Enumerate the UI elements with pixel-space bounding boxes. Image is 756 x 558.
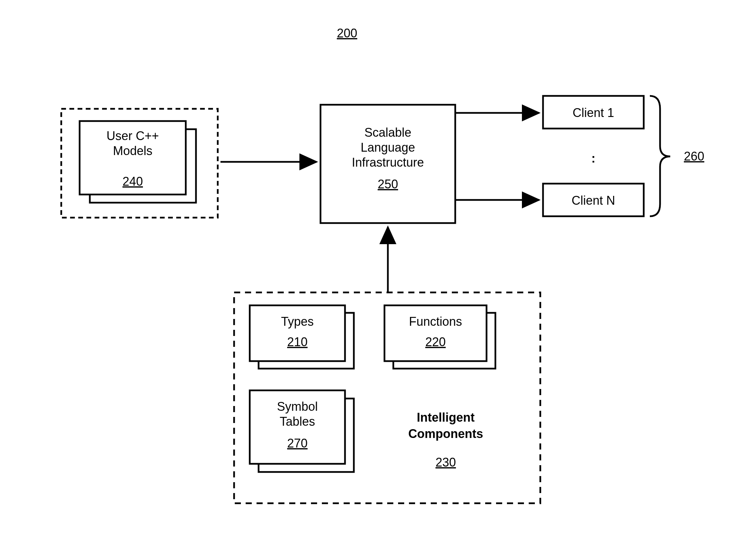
types-box-front (250, 305, 345, 361)
intelligent-ref: 230 (435, 455, 456, 469)
functions-label: Functions (409, 315, 462, 328)
clients-brace (650, 96, 670, 216)
user-models-text-1: User C++ (106, 129, 159, 143)
clients-ref: 260 (684, 149, 704, 163)
symbol-tables-line1: Symbol (277, 400, 318, 413)
intelligent-title-1: Intelligent (417, 410, 475, 424)
client-1-text: Client 1 (573, 106, 614, 120)
symbol-tables-ref: 270 (287, 436, 308, 450)
user-models-ref: 240 (122, 174, 143, 188)
intelligent-title-2: Components (408, 427, 483, 441)
scalable-text-3: Infrastructure (352, 155, 424, 169)
client-n-text: Client N (572, 193, 615, 207)
architecture-diagram: 200 User C++ Models 240 Scalable Languag… (0, 0, 756, 558)
user-models-text-2: Models (113, 144, 152, 158)
functions-ref: 220 (425, 335, 446, 349)
scalable-text-1: Scalable (364, 125, 411, 139)
scalable-ref: 250 (378, 177, 398, 191)
client-separator: : (591, 151, 595, 165)
types-label: Types (281, 315, 314, 328)
symbol-tables-line2: Tables (280, 415, 315, 428)
scalable-text-2: Language (361, 140, 415, 154)
figure-number: 200 (337, 26, 357, 40)
types-ref: 210 (287, 335, 308, 349)
functions-box-front (384, 305, 487, 361)
